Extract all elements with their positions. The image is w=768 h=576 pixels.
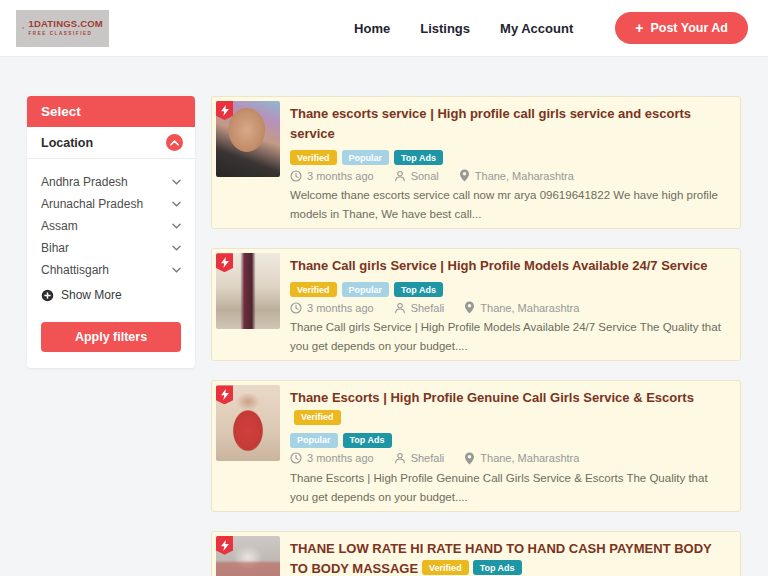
- chevron-down-icon[interactable]: [172, 223, 181, 229]
- ad-author: Shefali: [394, 452, 445, 464]
- clock-icon: [290, 170, 302, 182]
- site-header: 1DATINGS.COM FREE CLASSIFIED Home Listin…: [0, 0, 768, 57]
- filter-sidebar: Select Location Andhra Pradesh Arunachal…: [27, 96, 195, 368]
- featured-bolt-icon: [216, 385, 233, 404]
- ad-card-body: Thane Call girls Service | High Profile …: [280, 253, 736, 356]
- ad-meta: 3 months ago Shefali Thane, Maharashtra: [290, 452, 726, 465]
- person-icon: [394, 170, 406, 182]
- main-nav: Home Listings My Account + Post Your Ad: [354, 12, 748, 44]
- location-item-label: Arunachal Pradesh: [41, 197, 143, 211]
- post-your-ad-button[interactable]: + Post Your Ad: [615, 12, 748, 44]
- location-list: Andhra Pradesh Arunachal Pradesh Assam B…: [27, 159, 195, 281]
- ad-title-line: Thane escorts service | High profile cal…: [290, 104, 726, 144]
- posted-time-text: 3 months ago: [307, 302, 374, 314]
- featured-bolt-icon: [216, 101, 233, 120]
- location-item-label: Assam: [41, 219, 78, 233]
- listings-column: Thane escorts service | High profile cal…: [211, 96, 741, 576]
- location-item[interactable]: Bihar: [41, 237, 183, 259]
- posted-time-text: 3 months ago: [307, 452, 374, 464]
- location-item[interactable]: Arunachal Pradesh: [41, 193, 183, 215]
- nav-listings[interactable]: Listings: [420, 21, 470, 36]
- badge-popular: Popular: [342, 150, 390, 165]
- nav-home[interactable]: Home: [354, 21, 390, 36]
- location-item-label: Andhra Pradesh: [41, 175, 128, 189]
- badge-verified: Verified: [290, 282, 337, 297]
- chevron-down-icon[interactable]: [172, 245, 181, 251]
- ad-description: Welcome thane escorts service call now m…: [290, 186, 726, 224]
- ad-card[interactable]: Thane Call girls Service | High Profile …: [211, 248, 741, 361]
- plus-icon: +: [635, 21, 643, 35]
- badge-top-ads: Top Ads: [394, 282, 443, 297]
- clock-icon: [290, 452, 302, 464]
- ad-card[interactable]: Thane escorts service | High profile cal…: [211, 96, 741, 229]
- location-item-label: Chhattisgarh: [41, 263, 109, 277]
- ad-thumbnail[interactable]: [216, 385, 280, 461]
- main-content: Select Location Andhra Pradesh Arunachal…: [0, 57, 768, 576]
- badge-row: VerifiedPopularTop Ads: [290, 279, 726, 298]
- ad-card-body: Thane Escorts | High Profile Genuine Cal…: [280, 385, 736, 506]
- ad-location-text: Thane, Maharashtra: [480, 452, 579, 464]
- badge-verified: Verified: [290, 150, 337, 165]
- logo-people-icon: [22, 18, 24, 38]
- ad-title-line: Thane Escorts | High Profile Genuine Cal…: [290, 388, 726, 426]
- map-pin-icon: [464, 301, 475, 314]
- ad-card[interactable]: THANE LOW RATE HI RATE HAND TO HAND CASH…: [211, 531, 741, 576]
- ad-author-text: Sonal: [411, 170, 439, 182]
- ad-author: Sonal: [394, 170, 439, 182]
- ad-title[interactable]: Thane Call girls Service | High Profile …: [290, 258, 707, 273]
- location-accordion-header[interactable]: Location: [27, 127, 195, 159]
- location-item-label: Bihar: [41, 241, 69, 255]
- post-ad-label: Post Your Ad: [650, 21, 728, 35]
- ad-thumbnail[interactable]: [216, 253, 280, 329]
- ad-location: Thane, Maharashtra: [464, 301, 579, 314]
- badge-top-ads: Top Ads: [343, 433, 392, 448]
- posted-time: 3 months ago: [290, 170, 374, 182]
- person-icon: [394, 452, 406, 464]
- inline-badges: Verified: [290, 408, 341, 425]
- ad-description: Thane Escorts | High Profile Genuine Cal…: [290, 469, 726, 507]
- ad-author: Shefali: [394, 302, 445, 314]
- ad-description: Thane Call girls Service | High Profile …: [290, 318, 726, 356]
- location-item[interactable]: Andhra Pradesh: [41, 171, 183, 193]
- badge-row: VerifiedPopularTop Ads: [290, 147, 726, 166]
- ad-title-line: THANE LOW RATE HI RATE HAND TO HAND CASH…: [290, 539, 726, 576]
- site-logo[interactable]: 1DATINGS.COM FREE CLASSIFIED: [16, 10, 109, 47]
- posted-time: 3 months ago: [290, 452, 374, 464]
- featured-bolt-icon: [216, 253, 233, 272]
- person-icon: [394, 302, 406, 314]
- map-pin-icon: [459, 169, 470, 182]
- ad-thumbnail[interactable]: [216, 536, 280, 576]
- ad-card-body: Thane escorts service | High profile cal…: [280, 101, 736, 224]
- plus-circle-icon: [41, 289, 54, 302]
- ad-title[interactable]: Thane escorts service | High profile cal…: [290, 106, 691, 141]
- map-pin-icon: [464, 452, 475, 465]
- badge-row: PopularTop Ads: [290, 429, 726, 448]
- filter-panel-title: Select: [27, 96, 195, 127]
- logo-subtitle: FREE CLASSIFIED: [28, 32, 103, 37]
- chevron-down-icon[interactable]: [172, 201, 181, 207]
- chevron-down-icon[interactable]: [172, 267, 181, 273]
- ad-meta: 3 months ago Shefali Thane, Maharashtra: [290, 301, 726, 314]
- show-more-label: Show More: [61, 288, 122, 302]
- ad-location-text: Thane, Maharashtra: [475, 170, 574, 182]
- inline-badges: VerifiedTop Ads: [418, 559, 522, 576]
- ad-title[interactable]: Thane Escorts | High Profile Genuine Cal…: [290, 390, 694, 405]
- ad-location: Thane, Maharashtra: [464, 452, 579, 465]
- location-item[interactable]: Chhattisgarh: [41, 259, 183, 281]
- posted-time-text: 3 months ago: [307, 170, 374, 182]
- ad-author-text: Shefali: [411, 452, 445, 464]
- badge-top-ads: Top Ads: [473, 560, 522, 575]
- posted-time: 3 months ago: [290, 302, 374, 314]
- badge-popular: Popular: [342, 282, 390, 297]
- ad-card-body: THANE LOW RATE HI RATE HAND TO HAND CASH…: [280, 536, 736, 576]
- location-label: Location: [41, 136, 93, 150]
- ad-card[interactable]: Thane Escorts | High Profile Genuine Cal…: [211, 380, 741, 511]
- chevron-down-icon[interactable]: [172, 179, 181, 185]
- location-item[interactable]: Assam: [41, 215, 183, 237]
- logo-name: 1DATINGS.COM: [28, 19, 103, 29]
- nav-my-account[interactable]: My Account: [500, 21, 573, 36]
- apply-filters-button[interactable]: Apply filters: [41, 322, 181, 352]
- ad-thumbnail[interactable]: [216, 101, 280, 177]
- show-more-button[interactable]: Show More: [27, 281, 195, 302]
- collapse-location-button[interactable]: [166, 134, 183, 151]
